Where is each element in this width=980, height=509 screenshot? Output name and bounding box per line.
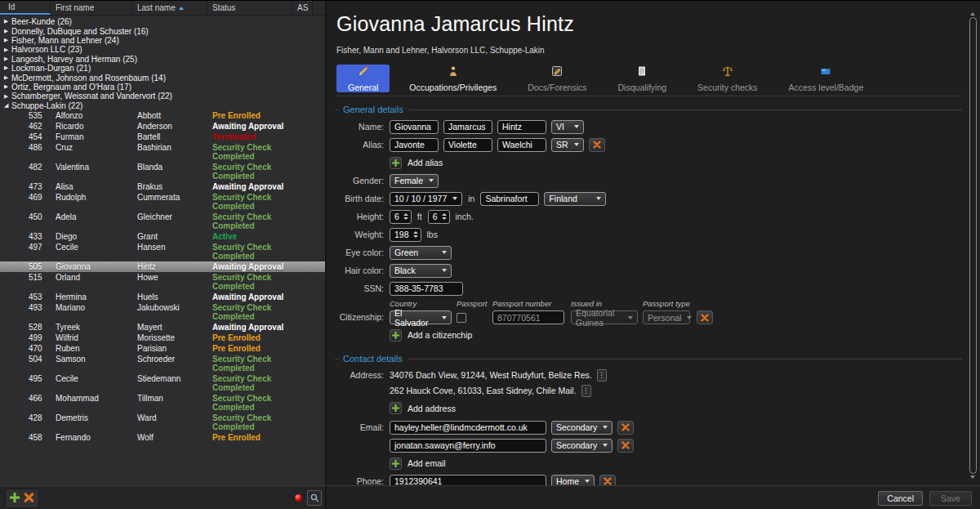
- ssn-field[interactable]: [390, 282, 463, 296]
- email-field[interactable]: [390, 421, 546, 435]
- spin-up-icon[interactable]: [413, 231, 418, 234]
- email-field[interactable]: [390, 439, 546, 453]
- spin-down-icon[interactable]: [413, 235, 418, 238]
- delete-phone-button[interactable]: [599, 475, 616, 486]
- table-row[interactable]: 493 Mariano Jakubowski Security Check Co…: [0, 302, 325, 322]
- column-header-first-name[interactable]: First name: [51, 1, 132, 15]
- middle-name-field[interactable]: [443, 120, 492, 134]
- table-row[interactable]: 454 Furman Bartell Terminated: [0, 132, 325, 142]
- tree-list[interactable]: Beer-Kunde (26) Donnelly, DuBuque and Sc…: [0, 16, 325, 485]
- search-button[interactable]: [307, 490, 322, 506]
- tree-group[interactable]: Ortiz, Bergnaum and O'Hara (17): [0, 83, 325, 92]
- scrollbar-thumb[interactable]: [969, 17, 977, 474]
- delete-person-button[interactable]: [24, 491, 34, 506]
- passport-number-field[interactable]: [492, 310, 564, 324]
- issued-in-dropdown[interactable]: Equatorial Guinea: [571, 310, 638, 324]
- add-citizenship-button[interactable]: Add a citizenchip: [390, 329, 472, 342]
- scroll-up-icon[interactable]: [970, 12, 975, 16]
- table-row[interactable]: 433 Diego Grant Active: [0, 231, 325, 242]
- expander-icon[interactable]: [4, 29, 11, 34]
- table-row[interactable]: 470 Ruben Parisian Pre Enrolled: [0, 343, 325, 354]
- table-row[interactable]: 428 Demetris Ward Security Check Complet…: [0, 413, 325, 432]
- phone-field[interactable]: [390, 475, 546, 486]
- birth-country-dropdown[interactable]: Finland: [544, 192, 606, 206]
- name-suffix-dropdown[interactable]: VI: [551, 120, 584, 134]
- tree-group[interactable]: Schamberger, Weissnat and Vandervort (22…: [0, 92, 325, 100]
- tree-group[interactable]: Beer-Kunde (26): [0, 17, 325, 26]
- add-address-button[interactable]: Add address: [390, 402, 456, 414]
- table-row[interactable]: 482 Valentina Blanda Security Check Comp…: [0, 162, 325, 181]
- alias-first-field[interactable]: [390, 138, 439, 152]
- table-row[interactable]: 495 Cecile Stiedemann Security Check Com…: [0, 373, 325, 393]
- expander-icon[interactable]: [4, 56, 11, 62]
- passport-type-dropdown[interactable]: Personal: [643, 310, 690, 324]
- last-name-field[interactable]: [497, 120, 546, 134]
- expander-icon[interactable]: [4, 65, 11, 71]
- spin-down-icon[interactable]: [442, 217, 447, 220]
- table-row[interactable]: 473 Alisa Brakus Awaiting Approval: [0, 181, 325, 192]
- table-row[interactable]: 450 Adela Gleichner Security Check Compl…: [0, 212, 325, 231]
- expander-icon[interactable]: [4, 102, 11, 109]
- delete-email-button[interactable]: [617, 421, 634, 435]
- tree-group[interactable]: Halvorson LLC (23): [0, 45, 325, 54]
- table-row[interactable]: 504 Samson Schroeder Security Check Comp…: [0, 354, 325, 373]
- eye-color-dropdown[interactable]: Green: [390, 246, 452, 260]
- table-row[interactable]: 462 Ricardo Anderson Awaiting Approval: [0, 121, 325, 132]
- weight-stepper[interactable]: 198: [390, 228, 421, 242]
- spin-up-icon[interactable]: [442, 213, 447, 216]
- add-person-button[interactable]: [10, 491, 20, 506]
- add-alias-button[interactable]: Add alias: [390, 157, 443, 169]
- birth-date-picker[interactable]: 10 / 10 / 1977: [390, 192, 462, 206]
- delete-citizenship-button[interactable]: [697, 310, 713, 324]
- tree-group[interactable]: Schuppe-Lakin (22): [0, 101, 325, 110]
- table-row[interactable]: 453 Hermina Huels Awaiting Approval: [0, 292, 325, 302]
- tab-docs-forensics[interactable]: Docs/Forensics: [516, 65, 598, 92]
- add-email-button[interactable]: Add email: [390, 458, 446, 470]
- table-row[interactable]: 528 Tyreek Mayert Awaiting Approval: [0, 322, 325, 333]
- table-row[interactable]: 505 Giovanna Hintz Awaiting Approval: [0, 261, 325, 272]
- email-type-dropdown[interactable]: Secondary: [551, 421, 612, 435]
- delete-email-button[interactable]: [617, 439, 634, 453]
- column-header-status[interactable]: Status: [207, 1, 292, 15]
- tree-group[interactable]: Lockman-Durgan (21): [0, 64, 325, 73]
- tree-group[interactable]: McDermott, Johnson and Rosenbaum (14): [0, 73, 325, 82]
- phone-type-dropdown[interactable]: Home: [551, 475, 595, 486]
- alias-suffix-dropdown[interactable]: SR: [551, 138, 584, 152]
- table-row[interactable]: 466 Mohammad Tillman Security Check Comp…: [0, 393, 325, 413]
- tree-group[interactable]: Langosh, Harvey and Herman (25): [0, 55, 325, 64]
- expander-icon[interactable]: [4, 84, 11, 90]
- tab-access-level-badge[interactable]: Access level/Badge: [777, 65, 875, 92]
- table-row[interactable]: 486 Cruz Bashirian Security Check Comple…: [0, 142, 325, 162]
- expander-icon[interactable]: [4, 19, 11, 25]
- height-inch-stepper[interactable]: 6: [428, 210, 450, 224]
- table-row[interactable]: 515 Orland Howe Security Check Completed: [0, 272, 325, 292]
- table-row[interactable]: 535 Alfonzo Abbott Pre Enrolled: [0, 110, 325, 121]
- tree-group[interactable]: Fisher, Mann and Lehner (24): [0, 36, 325, 45]
- table-row[interactable]: 497 Cecile Hansen Security Check Complet…: [0, 242, 325, 261]
- tab-disqualifying[interactable]: Disqualifying: [607, 65, 679, 92]
- citizenship-country-dropdown[interactable]: El Salvador: [390, 310, 452, 324]
- gender-dropdown[interactable]: Female: [390, 174, 439, 188]
- expander-icon[interactable]: [4, 47, 11, 53]
- birth-city-field[interactable]: [480, 192, 539, 206]
- tab-security-checks[interactable]: Security checks: [686, 65, 769, 92]
- detail-scrollbar[interactable]: [968, 11, 978, 480]
- expander-icon[interactable]: [4, 75, 11, 81]
- tab-occupations-privileges[interactable]: Occupations/Privileges: [398, 65, 508, 92]
- height-ft-stepper[interactable]: 6: [390, 210, 412, 224]
- table-row[interactable]: 458 Fernando Wolf Pre Enrolled: [0, 432, 325, 443]
- table-row[interactable]: 499 Wilfrid Morissette Pre Enrolled: [0, 333, 325, 343]
- alias-middle-field[interactable]: [443, 138, 492, 152]
- cancel-button[interactable]: Cancel: [878, 491, 923, 506]
- expander-icon[interactable]: [4, 38, 11, 43]
- passport-checkbox[interactable]: [457, 313, 466, 323]
- address-menu-button[interactable]: [581, 385, 591, 397]
- tree-group[interactable]: Donnelly, DuBuque and Schuster (16): [0, 26, 325, 35]
- email-type-dropdown[interactable]: Secondary: [551, 439, 612, 453]
- tab-general[interactable]: General: [336, 65, 390, 92]
- spin-down-icon[interactable]: [403, 217, 408, 220]
- column-header-as[interactable]: AS: [292, 1, 313, 15]
- address-menu-button[interactable]: [597, 369, 607, 382]
- save-button[interactable]: Save: [929, 491, 972, 506]
- delete-alias-button[interactable]: [589, 138, 605, 152]
